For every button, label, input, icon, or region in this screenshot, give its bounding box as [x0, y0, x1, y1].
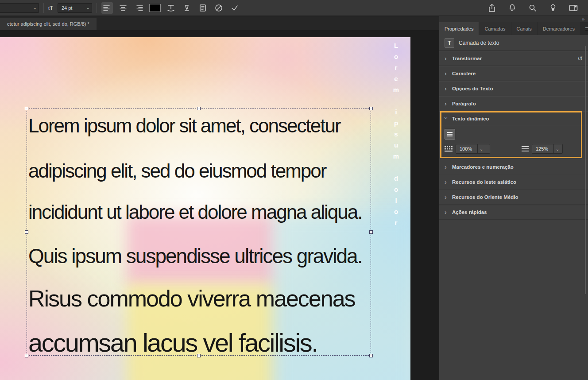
- section-opcoes-do-texto[interactable]: › Opções do Texto: [439, 81, 588, 96]
- panel-menu-icon[interactable]: ≡: [580, 22, 588, 35]
- chevron-right-icon[interactable]: ›: [445, 194, 448, 200]
- leading-select[interactable]: 125% ⌄: [532, 144, 563, 154]
- divider: [43, 3, 44, 13]
- section-marcadores-e-numeracao[interactable]: › Marcadores e numeração: [439, 159, 588, 174]
- font-size-value: 24 pt: [62, 5, 72, 11]
- section-texto-dinamico[interactable]: › Texto dinâmico: [439, 111, 588, 126]
- text-selection-box: [27, 109, 371, 356]
- chevron-right-icon[interactable]: ›: [445, 70, 448, 77]
- document-area: ctetur adipiscing elit, sed do, RGB/8) *…: [0, 16, 439, 380]
- properties-panel: » Propriedades Camadas Canais Demarcador…: [439, 16, 588, 380]
- tab-camadas[interactable]: Camadas: [479, 22, 511, 35]
- handle-middle-right[interactable]: [369, 230, 373, 234]
- search-icon[interactable]: [527, 2, 538, 14]
- handle-top-right[interactable]: [369, 107, 373, 110]
- chevron-down-icon[interactable]: ⌄: [477, 144, 485, 153]
- font-family-select[interactable]: ⌄: [0, 3, 39, 13]
- section-acoes-rapidas[interactable]: › Ações rápidas: [439, 205, 588, 220]
- texto-dinamico-content: 100% ⌄ 125% ⌄: [439, 126, 588, 159]
- layer-type-label: Camada de texto: [459, 40, 499, 46]
- commit-edit-icon[interactable]: [229, 2, 240, 14]
- layer-type-row: T Camada de texto: [439, 35, 588, 51]
- chevron-down-icon[interactable]: ⌄: [553, 144, 561, 153]
- tracking-select[interactable]: 100% ⌄: [456, 144, 490, 154]
- font-size-select[interactable]: 24 pt ⌄: [58, 3, 92, 13]
- texto-dinamico-controls: 100% ⌄ 125% ⌄: [445, 144, 583, 154]
- options-bar: ⌄ tT 24 pt ⌄: [0, 0, 588, 16]
- tab-demarcadores[interactable]: Demarcadores: [538, 22, 580, 35]
- tab-propriedades[interactable]: Propriedades: [439, 22, 479, 35]
- handle-middle-left[interactable]: [25, 230, 28, 234]
- handle-bottom-center[interactable]: [197, 354, 201, 357]
- section-transformar[interactable]: › Transformar ↺: [439, 51, 588, 66]
- panel-body: T Camada de texto › Transformar ↺ › Cara…: [439, 35, 588, 220]
- tracking-value: 100%: [456, 146, 477, 151]
- align-right-button[interactable]: [133, 2, 145, 14]
- divider: [97, 3, 97, 13]
- text-layer-icon: T: [445, 38, 454, 48]
- chevron-right-icon[interactable]: ›: [445, 209, 448, 215]
- chevron-right-icon[interactable]: ›: [445, 101, 448, 107]
- handle-bottom-right[interactable]: [369, 354, 373, 357]
- section-recursos-oriente-medio[interactable]: › Recursos do Oriente Médio: [439, 190, 588, 205]
- chevron-down-icon[interactable]: ›: [443, 117, 449, 120]
- section-recursos-leste-asiatico[interactable]: › Recursos do leste asiático: [439, 174, 588, 190]
- tracking-grid-icon: [445, 146, 453, 152]
- chevron-down-icon: ⌄: [84, 5, 90, 10]
- notifications-bell-icon[interactable]: [507, 2, 518, 14]
- tab-canais[interactable]: Canais: [511, 22, 537, 35]
- photoshop-window: ⌄ tT 24 pt ⌄: [0, 0, 588, 380]
- 3d-text-icon[interactable]: [181, 2, 193, 14]
- toggle-panels-icon[interactable]: [197, 2, 209, 14]
- handle-top-left[interactable]: [25, 107, 28, 110]
- section-caractere[interactable]: › Caractere: [439, 66, 588, 81]
- dynamic-text-style-button[interactable]: [445, 129, 455, 140]
- cancel-edit-icon[interactable]: [213, 2, 224, 14]
- align-left-button[interactable]: [101, 2, 113, 14]
- panel-tab-bar: Propriedades Camadas Canais Demarcadores…: [439, 22, 588, 35]
- leading-value: 125%: [532, 146, 553, 151]
- handle-bottom-left[interactable]: [25, 354, 28, 357]
- document-tab-bar: ctetur adipiscing elit, sed do, RGB/8) *: [0, 16, 439, 30]
- text-lines-icon: [447, 132, 453, 136]
- discover-lightbulb-icon[interactable]: [547, 2, 559, 14]
- chevron-right-icon[interactable]: ›: [445, 164, 448, 170]
- chevron-down-icon: ⌄: [31, 5, 37, 10]
- document-tab[interactable]: ctetur adipiscing elit, sed do, RGB/8) *: [0, 18, 97, 30]
- workspace-switcher-icon[interactable]: [568, 2, 579, 14]
- align-center-button[interactable]: [117, 2, 129, 14]
- canvas-area[interactable]: Lorem ipsum dolor sit amet, consectetur …: [0, 30, 439, 380]
- toolbar-right-icons: [486, 2, 584, 14]
- vertical-text-layer[interactable]: Lorem ipsum dolor: [392, 42, 400, 230]
- share-icon[interactable]: [486, 2, 498, 14]
- document-tab-title: ctetur adipiscing elit, sed do, RGB/8) *: [7, 21, 89, 27]
- text-color-swatch[interactable]: [149, 4, 161, 12]
- panel-scrollbar[interactable]: [585, 46, 586, 294]
- font-size-icon: tT: [48, 4, 53, 11]
- chevron-right-icon[interactable]: ›: [445, 179, 448, 185]
- panel-collapse-strip: »: [439, 16, 588, 22]
- chevron-right-icon[interactable]: ›: [445, 55, 448, 62]
- collapse-panels-icon[interactable]: »: [582, 16, 584, 22]
- texto-dinamico-section: › Texto dinâmico 100% ⌄: [439, 111, 588, 159]
- warp-text-icon[interactable]: [165, 2, 177, 14]
- section-paragrafo[interactable]: › Parágrafo: [439, 96, 588, 111]
- reset-transform-icon[interactable]: ↺: [577, 55, 583, 62]
- leading-lines-icon: [522, 146, 529, 151]
- chevron-right-icon[interactable]: ›: [445, 85, 448, 92]
- handle-top-center[interactable]: [197, 107, 201, 110]
